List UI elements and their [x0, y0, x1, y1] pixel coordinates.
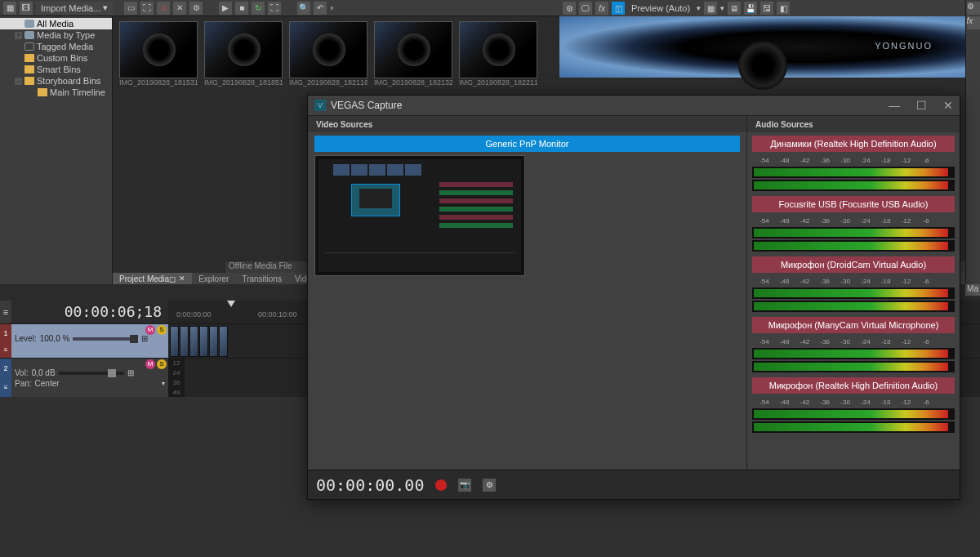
ext-monitor-icon[interactable]: 🖥: [728, 2, 741, 15]
properties-icon[interactable]: ⚙: [189, 2, 203, 15]
timeline-timecode[interactable]: 00:00:06;18: [11, 301, 168, 323]
audio-meter: -54-48-42-36-30-24-18-12-6: [752, 399, 955, 433]
play-icon[interactable]: ▶: [219, 2, 232, 15]
undo-icon[interactable]: ↶: [314, 2, 327, 15]
import-media-button[interactable]: Import Media... ▾: [36, 2, 113, 15]
tree-item-media-by-type[interactable]: +Media by Type: [0, 29, 112, 41]
scale-tick: -54: [760, 157, 769, 164]
gear-icon[interactable]: ⚙: [563, 2, 576, 15]
gear-icon[interactable]: ⚙: [967, 2, 980, 15]
clear-icon[interactable]: ✕: [173, 2, 186, 15]
media-thumb[interactable]: IMG_20190828_181531.j: [119, 21, 198, 88]
track-handle-audio[interactable]: 2 ≡: [0, 359, 11, 397]
close-button[interactable]: ✕: [943, 99, 953, 112]
tree-item-main-timeline[interactable]: Main Timeline: [0, 87, 112, 98]
level-slider[interactable]: [73, 337, 138, 341]
right-tab-stub[interactable]: Ma: [965, 284, 980, 296]
close-tab-icon[interactable]: ✕: [179, 274, 185, 283]
view-icon[interactable]: ▭: [124, 2, 137, 15]
tree-item-smart-bins[interactable]: Smart Bins: [0, 64, 112, 75]
tree-item-storyboard-bins[interactable]: -Storyboard Bins: [0, 75, 112, 87]
meter-tick: 36: [168, 379, 185, 386]
audio-source-button[interactable]: Focusrite USB (Focusrite USB Audio): [752, 196, 955, 212]
preview-mode-label[interactable]: Preview (Auto): [628, 3, 693, 13]
audio-source-button[interactable]: Микрофон (DroidCam Virtual Audio): [752, 256, 955, 273]
minimize-button[interactable]: —: [889, 99, 900, 112]
stop-icon[interactable]: ■: [235, 2, 248, 15]
dropdown-icon[interactable]: ▾: [697, 4, 701, 12]
mute-icon[interactable]: M: [145, 359, 155, 369]
playhead-marker[interactable]: [227, 301, 235, 307]
linkclip-icon[interactable]: ⛶: [140, 2, 154, 15]
scale-tick: -30: [840, 217, 850, 225]
scale-tick: -18: [881, 338, 891, 345]
media-thumb[interactable]: IMG_20190828_181851.j: [204, 21, 283, 88]
audio-source-button[interactable]: Микрофон (ManyCam Virtual Microphone): [752, 317, 955, 333]
timeline-clip[interactable]: [219, 326, 228, 357]
timeline-clip[interactable]: [209, 326, 218, 357]
film-icon[interactable]: 🎞: [20, 2, 33, 15]
tab-explorer[interactable]: Explorer: [192, 273, 235, 284]
tab-transitions[interactable]: Transitions: [235, 273, 288, 284]
audio-source-button[interactable]: Микрофон (Realtek High Definition Audio): [752, 377, 955, 394]
scale-tick: -42: [800, 399, 810, 406]
fx-icon[interactable]: fx: [967, 16, 980, 29]
save-icon[interactable]: 🖫: [760, 2, 773, 15]
media-thumb[interactable]: IMG_20190828_182116.j: [289, 21, 368, 88]
capture-titlebar[interactable]: V VEGAS Capture — ☐ ✕: [308, 96, 960, 115]
track-handle-video[interactable]: 1 ≡: [0, 324, 11, 358]
timeline-clip[interactable]: [180, 326, 189, 357]
expand-icon[interactable]: -: [15, 78, 22, 85]
capture-settings-button[interactable]: ⚙: [483, 479, 496, 492]
media-thumb[interactable]: IMG_20190828_182132.j: [374, 21, 452, 88]
grid-icon[interactable]: ▦: [704, 2, 717, 15]
thumb-image: [289, 21, 368, 78]
meter-scale: -54-48-42-36-30-24-18-12-6: [752, 278, 955, 286]
menu-icon: ≡: [4, 346, 8, 354]
scale-tick: -36: [820, 217, 830, 225]
video-source-button[interactable]: Generic PnP Monitor: [314, 136, 740, 152]
dropdown-icon[interactable]: ▾: [330, 4, 334, 12]
track-list-options[interactable]: ≡: [0, 301, 11, 323]
loop-icon[interactable]: ↻: [252, 2, 265, 15]
scale-tick: -18: [881, 157, 891, 164]
tree-item-tagged-media[interactable]: Tagged Media: [0, 41, 112, 52]
expand-icon[interactable]: +: [15, 32, 22, 39]
fx-icon[interactable]: fx: [595, 2, 608, 15]
scale-tick: -30: [840, 338, 850, 345]
audio-source-button[interactable]: Динамики (Realtek High Definition Audio): [752, 136, 955, 152]
solo-icon[interactable]: S: [157, 359, 167, 369]
timeline-clip[interactable]: [199, 326, 208, 357]
capture-audio-column: Audio Sources Динамики (Realtek High Def…: [747, 116, 960, 470]
vol-slider[interactable]: [59, 372, 124, 375]
expand-icon[interactable]: ⊞: [127, 368, 134, 377]
mute-icon[interactable]: M: [145, 325, 155, 335]
record-button[interactable]: [435, 479, 447, 491]
tab-project-media[interactable]: Project Media ◻✕: [113, 273, 192, 284]
scale-tick: -6: [924, 217, 929, 225]
solo-icon[interactable]: S: [157, 325, 167, 335]
timeline-clip[interactable]: [189, 326, 198, 357]
capture-image-button[interactable]: 📷: [458, 479, 471, 492]
expand-icon[interactable]: ⊞: [141, 334, 148, 343]
new-media-icon[interactable]: ▦: [3, 2, 16, 15]
maximize-button[interactable]: ☐: [916, 99, 927, 112]
scale-tick: -12: [902, 278, 911, 285]
remove-icon[interactable]: ⦸: [157, 2, 170, 15]
dropdown-icon[interactable]: ▾: [162, 380, 165, 387]
tree-item-custom-bins[interactable]: Custom Bins: [0, 52, 112, 64]
split-icon[interactable]: ◫: [612, 2, 625, 15]
tree-item-all-media[interactable]: All Media: [0, 18, 112, 29]
media-thumb[interactable]: IMG_20190828_182211.j: [459, 21, 537, 88]
pin-icon[interactable]: ◻: [169, 274, 176, 283]
dropdown-icon[interactable]: ▾: [720, 4, 724, 12]
zoom-icon[interactable]: 🔍: [297, 2, 310, 15]
monitor-icon[interactable]: 🖵: [579, 2, 592, 15]
snapshot-icon[interactable]: 💾: [744, 2, 757, 15]
menu-icon: ≡: [4, 384, 8, 391]
timeline-clip[interactable]: [170, 326, 179, 357]
scale-tick: -30: [840, 399, 850, 406]
fullscreen-icon[interactable]: ⛶: [268, 2, 281, 15]
overlay-icon[interactable]: ◧: [777, 2, 790, 15]
meter-scale: -54-48-42-36-30-24-18-12-6: [752, 399, 955, 407]
